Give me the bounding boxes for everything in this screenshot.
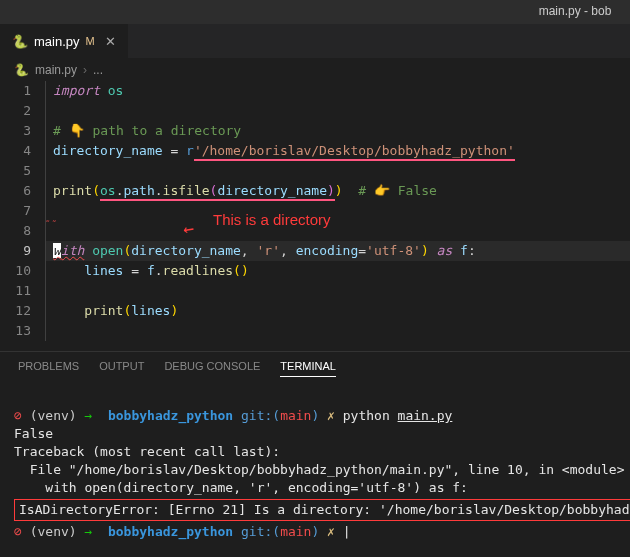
terminal-output: File "/home/borislav/Desktop/bobbyhadz_p… [14,462,624,477]
code-line [45,101,630,121]
code-line: with open(directory_name, 'r', encoding=… [45,241,630,261]
prompt-status-icon: ⊘ [14,524,22,539]
editor-tabs: 🐍 main.py M ✕ [0,24,630,59]
code-line: ˜˜ [45,201,630,221]
prompt-status-icon: ⊘ [14,408,22,423]
terminal[interactable]: ⊘ (venv) → bobbyhadz_python git:(main) ✗… [0,383,630,547]
tab-debug-console[interactable]: DEBUG CONSOLE [164,360,260,377]
code-editor[interactable]: 1 2 3 4 5 6 7 8 9 10 11 12 13 import os … [0,81,630,351]
terminal-output: False [14,426,53,441]
code-line: directory_name = r'/home/borislav/Deskto… [45,141,630,161]
git-branch: main [280,524,311,539]
git-branch: main [280,408,311,423]
code-line [45,321,630,341]
git-dirty-icon: ✗ [327,524,335,539]
code-line: # 👇 path to a directory [45,121,630,141]
terminal-error: IsADirectoryError: [Errno 21] Is a direc… [19,502,630,517]
close-icon[interactable]: ✕ [105,34,116,49]
line-number: 8 [0,221,31,241]
code-line: print(lines) [45,301,630,321]
tab-modified-indicator: M [86,35,95,47]
line-number: 12 [0,301,31,321]
tab-filename: main.py [34,34,80,49]
panel-tabs: PROBLEMS OUTPUT DEBUG CONSOLE TERMINAL [0,351,630,383]
chevron-right-icon: › [83,63,87,77]
tab-terminal[interactable]: TERMINAL [280,360,336,377]
line-number: 9 [0,241,31,261]
code-line: import os [45,81,630,101]
command-file: main.py [398,408,453,423]
line-gutter: 1 2 3 4 5 6 7 8 9 10 11 12 13 [0,81,45,351]
window-title-bar: main.py - bob [0,0,630,24]
line-number: 3 [0,121,31,141]
line-number: 11 [0,281,31,301]
git-suffix: ) [311,524,319,539]
code-line [45,281,630,301]
code-line: lines = f.readlines() [45,261,630,281]
window-title: main.py - bob [539,4,612,18]
line-number: 2 [0,101,31,121]
git-prefix: git:( [241,524,280,539]
code-line [45,161,630,181]
breadcrumb-filename: main.py [35,63,77,77]
tab-main-py[interactable]: 🐍 main.py M ✕ [0,24,128,58]
breadcrumb[interactable]: 🐍 main.py › ... [0,59,630,81]
error-highlight-box: IsADirectoryError: [Errno 21] Is a direc… [14,499,630,521]
python-file-icon: 🐍 [14,63,29,77]
code-line: print(os.path.isfile(directory_name)) # … [45,181,630,201]
git-dirty-icon: ✗ [327,408,335,423]
line-number: 7 [0,201,31,221]
git-prefix: git:( [241,408,280,423]
breadcrumb-rest: ... [93,63,103,77]
line-number: 10 [0,261,31,281]
python-file-icon: 🐍 [12,34,28,49]
tab-problems[interactable]: PROBLEMS [18,360,79,377]
command-text: python [343,408,398,423]
line-number: 4 [0,141,31,161]
prompt-project: bobbyhadz_python [108,408,233,423]
prompt-arrow-icon: → [84,524,92,539]
line-number: 1 [0,81,31,101]
terminal-output: Traceback (most recent call last): [14,444,280,459]
venv-label: (venv) [30,408,77,423]
prompt-project: bobbyhadz_python [108,524,233,539]
code-line [45,221,630,241]
code-area[interactable]: import os # 👇 path to a directory direct… [45,81,630,351]
git-suffix: ) [311,408,319,423]
line-number: 13 [0,321,31,341]
venv-label: (venv) [30,524,77,539]
line-number: 6 [0,181,31,201]
tab-output[interactable]: OUTPUT [99,360,144,377]
terminal-cursor: | [343,524,351,539]
line-number: 5 [0,161,31,181]
prompt-arrow-icon: → [84,408,92,423]
terminal-output: with open(directory_name, 'r', encoding=… [14,480,468,495]
